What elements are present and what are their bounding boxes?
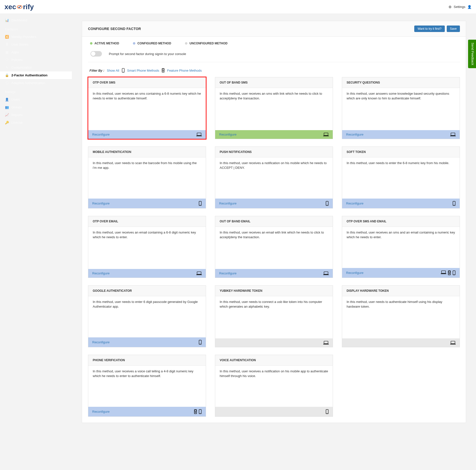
feature-icon (448, 270, 451, 275)
method-device-icons (326, 409, 329, 414)
smartphone-icon (122, 68, 125, 73)
sidebar-item-customization[interactable]: ✎Customization (0, 64, 72, 71)
user-icon[interactable]: 👤 (467, 5, 472, 9)
filter-smart[interactable]: Smart Phone Methods (127, 69, 159, 72)
sidebar-item-2-factor-authentication[interactable]: 🔒2-Factor Authentication (0, 71, 72, 79)
method-title: OTP OVER SMS AND EMAIL (342, 216, 460, 227)
method-footer: Reconfigure (215, 269, 333, 278)
reconfigure-link[interactable]: Reconfigure (92, 410, 110, 413)
legend-row: ACTIVE METHOD CONFIGURED METHOD UNCONFIG… (88, 40, 460, 49)
filter-show-all[interactable]: Show All (107, 69, 119, 72)
laptop-icon (196, 271, 202, 275)
method-description: In this method, user receives a notifica… (215, 366, 333, 407)
feedback-tab[interactable]: Send Feedback (468, 40, 476, 68)
sidebar-item-adaptive-authentication[interactable]: ⎔Adaptive Authentication (0, 79, 72, 87)
smart-icon (452, 201, 456, 206)
reconfigure-link[interactable]: Reconfigure (92, 133, 110, 136)
reconfigure-link[interactable]: Reconfigure (92, 202, 110, 205)
method-description: In this method, user needs to scan the b… (88, 157, 206, 199)
method-description: In this method, user answers some knowle… (342, 88, 460, 130)
reconfigure-link[interactable]: Reconfigure (346, 271, 363, 275)
method-card: DISPLAY HARDWARE TOKENIn this method, us… (342, 285, 460, 347)
reconfigure-link[interactable]: Reconfigure (346, 202, 363, 205)
featurephone-icon (162, 68, 165, 73)
method-title: MOBILE AUTHENTICATION (88, 147, 206, 157)
sidebar-item-dashboard[interactable]: 📊Dashboard (0, 16, 72, 24)
save-button[interactable]: Save (447, 26, 460, 32)
method-card: PHONE VERIFICATIONIn this method, user r… (88, 355, 206, 417)
sidebar-item-license[interactable]: 🔑License (0, 119, 72, 126)
method-footer: Reconfigure (88, 269, 206, 278)
method-card: SECURITY QUESTIONSIn this method, user a… (342, 77, 460, 139)
method-card: OTP OVER SMSIn this method, user receive… (88, 77, 206, 139)
method-device-icons (323, 271, 329, 275)
method-card: OTP OVER SMS AND EMAILIn this method, us… (342, 216, 460, 278)
prompt-toggle[interactable] (90, 51, 102, 57)
sidebar-icon: 👥 (5, 105, 9, 109)
method-device-icons (326, 201, 329, 206)
settings-link[interactable]: Settings (454, 5, 465, 9)
sidebar-item-groups[interactable]: 👥Groups (0, 103, 72, 111)
sidebar-item-identity-providers[interactable]: 🔀Identity Providers (0, 33, 72, 41)
sidebar-item-label: User Stores (11, 43, 29, 46)
reconfigure-link[interactable]: Reconfigure (92, 271, 110, 275)
sidebar-item-users[interactable]: 👤Users (0, 96, 72, 103)
method-device-icons (194, 409, 202, 414)
sidebar-item-policies[interactable]: 🛡Policies (0, 56, 72, 64)
reconfigure-link[interactable]: Reconfigure (219, 271, 237, 275)
method-title: VOICE AUTHENTICATION (215, 355, 333, 366)
method-description: In this method, user receives a voice ca… (88, 366, 206, 407)
method-description: In this method, user needs to authentica… (342, 296, 460, 338)
filter-feature[interactable]: Feature Phone Methods (167, 69, 202, 72)
method-footer: Reconfigure (342, 268, 460, 278)
reconfigure-link[interactable]: Reconfigure (346, 133, 363, 136)
legend-configured: CONFIGURED METHOD (137, 42, 171, 45)
method-footer: Reconfigure (215, 130, 333, 139)
sidebar: 📊DashboardConfigure🔀Identity Providers🗄U… (0, 14, 72, 470)
legend-active: ACTIVE METHOD (94, 42, 119, 45)
gear-icon[interactable]: ⚙ (448, 5, 452, 9)
method-card: OTP OVER EMAILIn this method, user recei… (88, 216, 206, 278)
method-cards: OTP OVER SMSIn this method, user receive… (88, 75, 460, 417)
method-card: SOFT TOKENIn this method, user needs to … (342, 147, 460, 208)
method-footer: Reconfigure (342, 199, 460, 208)
brand-logo: xec rify (4, 3, 34, 11)
try-button[interactable]: Want to try it first? (414, 26, 445, 32)
reconfigure-link[interactable]: Reconfigure (219, 202, 237, 205)
method-card: YUBIKEY HARDWARE TOKENIn this method, us… (215, 285, 333, 347)
laptop-icon (323, 133, 329, 136)
prompt-label: Prompt for second factor during signin t… (109, 52, 186, 56)
method-card: MOBILE AUTHENTICATIONIn this method, use… (88, 147, 206, 208)
sidebar-item-label: License (11, 121, 23, 124)
method-title: SECURITY QUESTIONS (342, 77, 460, 88)
sidebar-item-reports[interactable]: 📈Reports (0, 111, 72, 119)
method-title: OTP OVER EMAIL (88, 216, 206, 227)
smart-icon (326, 409, 329, 414)
laptop-icon (441, 270, 446, 274)
smart-icon (199, 201, 202, 206)
method-device-icons (450, 133, 456, 136)
method-title: PHONE VERIFICATION (88, 355, 206, 366)
sidebar-item-apps[interactable]: ▦Apps (0, 48, 72, 56)
smart-icon (199, 409, 202, 414)
reconfigure-link[interactable]: Reconfigure (219, 133, 237, 136)
filter-row: Filter By : Show All Smart Phone Methods… (88, 67, 460, 75)
sidebar-icon: 🔀 (5, 35, 9, 39)
dot-active-icon (90, 42, 92, 45)
method-card: PUSH NOTIFICATIONSIn this method, user r… (215, 147, 333, 208)
panel-title: CONFIGURE SECOND FACTOR (88, 27, 141, 31)
sidebar-item-label: 2-Factor Authentication (11, 73, 47, 77)
sidebar-item-label: Policies (11, 58, 23, 62)
sidebar-item-user-stores[interactable]: 🗄User Stores (0, 41, 72, 48)
laptop-icon (323, 271, 329, 275)
sidebar-icon: 🔒 (5, 73, 9, 77)
method-card: OUT OF BAND SMSIn this method, user rece… (215, 77, 333, 139)
method-description: In this method, user receives a notifica… (215, 157, 333, 199)
reconfigure-link[interactable]: Reconfigure (92, 340, 110, 344)
sidebar-item-label: Users (11, 98, 20, 101)
method-device-icons (196, 133, 202, 136)
method-description: In this method, user receives an sms wit… (215, 88, 333, 130)
method-title: OUT OF BAND EMAIL (215, 216, 333, 227)
sidebar-item-label: Apps (11, 50, 19, 54)
method-description: In this method, user needs to connect a … (215, 296, 333, 338)
